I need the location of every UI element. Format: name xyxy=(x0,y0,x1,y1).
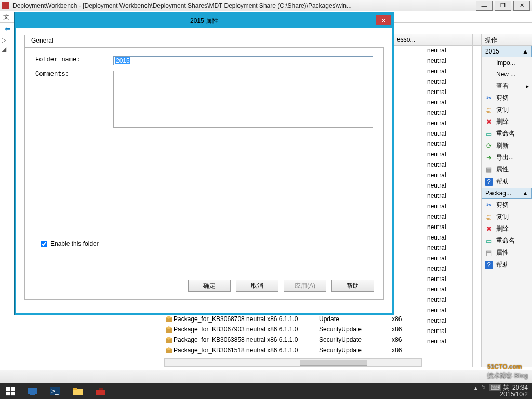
action-icon: ✖ xyxy=(485,225,493,233)
package-type: SecurityUpdate xyxy=(319,326,392,333)
comments-label: Comments: xyxy=(35,71,113,128)
actions-section-package[interactable]: Packag...▲ xyxy=(482,188,532,199)
svg-text:>_: >_ xyxy=(51,388,59,395)
close-button[interactable]: ✕ xyxy=(513,1,530,11)
package-icon xyxy=(164,325,174,334)
action-icon: ▭ xyxy=(485,130,493,138)
action-icon: ? xyxy=(485,178,493,186)
package-type: SecurityUpdate xyxy=(319,336,392,343)
action-icon: ▤ xyxy=(485,166,493,174)
action-label: 复制 xyxy=(496,212,509,221)
cancel-button[interactable]: 取消 xyxy=(236,280,278,292)
action-item[interactable]: ▤属性 xyxy=(482,247,532,259)
svg-rect-13 xyxy=(30,394,35,395)
package-name: Package_for_KB3068708 neutral x86 6.1.1.… xyxy=(174,315,319,323)
start-button[interactable] xyxy=(0,383,21,399)
ok-button[interactable]: 确定 xyxy=(188,280,231,292)
action-item[interactable]: ▤属性 xyxy=(482,164,532,176)
action-icon: ▭ xyxy=(485,237,493,245)
action-icon: ? xyxy=(485,261,493,269)
action-label: 重命名 xyxy=(496,236,515,245)
action-label: New ... xyxy=(496,71,515,78)
action-item[interactable]: ⿻复制 xyxy=(482,104,532,116)
svg-rect-11 xyxy=(11,392,15,395)
comments-input[interactable] xyxy=(113,71,373,128)
action-label: 刷新 xyxy=(496,141,509,150)
action-item[interactable]: ?帮助 xyxy=(482,259,532,271)
action-item[interactable]: ▭重命名 xyxy=(482,235,532,247)
tab-general[interactable]: General xyxy=(24,35,60,47)
action-label: 帮助 xyxy=(496,177,509,186)
dialog-tabs: General xyxy=(24,35,384,47)
action-icon: ✂ xyxy=(485,201,493,209)
package-icon xyxy=(164,346,174,354)
action-item[interactable]: ⿻复制 xyxy=(482,211,532,223)
action-item[interactable]: ?帮助 xyxy=(482,176,532,188)
svg-rect-12 xyxy=(28,388,37,394)
action-icon: ⿻ xyxy=(485,106,493,114)
dialog-title: 2015 属性 xyxy=(190,17,218,25)
svg-rect-10 xyxy=(6,392,10,395)
package-name: Package_for_KB3067903 neutral x86 6.1.1.… xyxy=(174,326,319,333)
scrollbar-thumb[interactable] xyxy=(300,360,367,366)
taskbar-explorer-icon[interactable] xyxy=(66,383,89,399)
action-label: 删除 xyxy=(496,117,509,126)
action-icon: ⟳ xyxy=(485,142,493,150)
tree-panel[interactable]: ▷◢ xyxy=(0,34,8,367)
actions-section-2015[interactable]: 2015▲ xyxy=(482,46,532,57)
package-name: Package_for_KB3063858 neutral x86 6.1.1.… xyxy=(174,336,319,343)
action-label: 导出... xyxy=(496,153,514,162)
svg-rect-17 xyxy=(73,388,77,390)
action-item[interactable]: ▭重命名 xyxy=(482,128,532,140)
package-icon xyxy=(164,315,174,323)
action-item[interactable]: 查看▸ xyxy=(482,80,532,92)
dialog-close-button[interactable]: ✕ xyxy=(376,15,391,25)
action-label: 删除 xyxy=(496,224,509,233)
system-tray[interactable]: ▴ 🏳 ⌨ 英 20:342015/10/2 xyxy=(474,384,532,398)
taskbar-server-manager-icon[interactable] xyxy=(21,383,44,399)
svg-rect-19 xyxy=(99,388,103,390)
enable-folder-checkbox[interactable] xyxy=(41,241,47,247)
action-item[interactable]: ✖删除 xyxy=(482,223,532,235)
action-label: 查看 xyxy=(496,82,509,90)
folder-name-input[interactable]: 2015 xyxy=(113,56,373,65)
actions-panel: 操作 2015▲ Impo...New ...查看▸ ✂剪切⿻复制✖删除▭重命名… xyxy=(481,34,532,367)
action-label: Impo... xyxy=(496,59,515,66)
apply-button[interactable]: 应用(A) xyxy=(284,280,326,292)
package-type: Update xyxy=(319,315,392,323)
action-item[interactable]: Impo... xyxy=(482,57,532,69)
taskbar-powershell-icon[interactable]: >_ xyxy=(44,383,66,399)
action-icon: ✖ xyxy=(485,118,493,126)
package-name: Package_for_KB3061518 neutral x86 6.1.1.… xyxy=(174,347,319,354)
action-item[interactable]: ✂剪切 xyxy=(482,92,532,104)
svg-rect-9 xyxy=(11,387,15,391)
action-label: 重命名 xyxy=(496,129,515,138)
maximize-button[interactable]: ❐ xyxy=(495,1,511,11)
actions-header: 操作 xyxy=(482,34,532,46)
action-item[interactable]: New ... xyxy=(482,69,532,80)
main-titlebar: DeploymentWorkbench - [Deployment Workbe… xyxy=(0,0,532,11)
menu-file[interactable]: 文 xyxy=(3,12,9,21)
action-item[interactable]: ✂剪切 xyxy=(482,199,532,211)
minimize-button[interactable]: — xyxy=(476,1,493,11)
dialog-titlebar[interactable]: 2015 属性 ✕ xyxy=(16,14,392,28)
folder-name-label: Folder name: xyxy=(35,56,113,65)
tab-general-content: Folder name: 2015 Comments: Enable this … xyxy=(24,47,384,300)
taskbar: >_ ▴ 🏳 ⌨ 英 20:342015/10/2 xyxy=(0,383,532,399)
action-item[interactable]: ➜导出... xyxy=(482,152,532,164)
help-button[interactable]: 帮助 xyxy=(331,280,374,292)
action-label: 属性 xyxy=(496,248,509,257)
svg-rect-8 xyxy=(6,387,10,391)
col-processor-header[interactable]: esso... xyxy=(394,34,472,46)
enable-folder-label: Enable this folder xyxy=(50,240,99,247)
watermark: 51CTO.com 技术博客 Blog xyxy=(487,361,528,380)
package-icon xyxy=(164,336,174,344)
back-icon[interactable]: ⇐ xyxy=(3,24,12,33)
svg-rect-18 xyxy=(96,390,105,395)
action-item[interactable]: ✖删除 xyxy=(482,116,532,128)
statusbar xyxy=(0,370,532,383)
action-item[interactable]: ⟳刷新 xyxy=(482,140,532,152)
horizontal-scrollbar[interactable] xyxy=(164,358,422,367)
app-icon xyxy=(2,2,9,9)
taskbar-toolbox-icon[interactable] xyxy=(89,383,112,399)
